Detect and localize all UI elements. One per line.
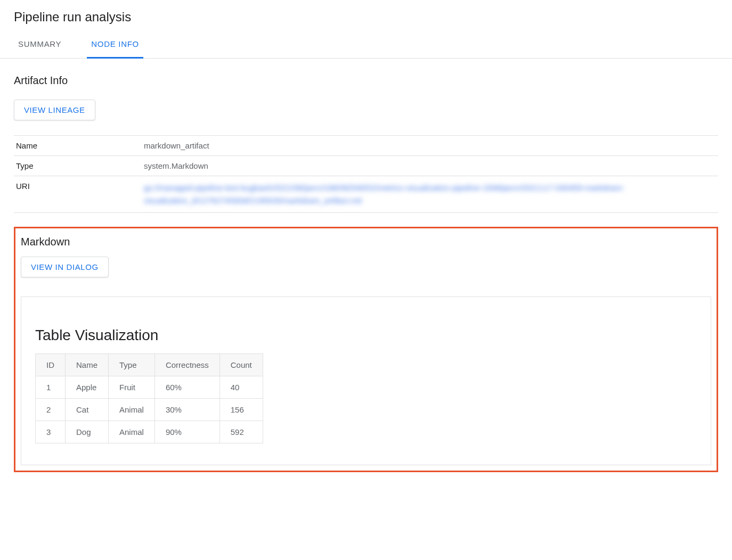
artifact-name-value: markdown_artifact — [142, 136, 718, 156]
cell-correctness: 30% — [154, 399, 219, 421]
col-correctness: Correctness — [154, 354, 219, 376]
cell-count: 156 — [219, 399, 263, 421]
col-name: Name — [66, 354, 109, 376]
artifact-info-table: Name markdown_artifact Type system.Markd… — [14, 135, 718, 213]
view-lineage-button[interactable]: VIEW LINEAGE — [14, 100, 95, 120]
artifact-info-section: Artifact Info VIEW LINEAGE Name markdown… — [14, 75, 718, 213]
artifact-row-uri: URI gs://managed-pipeline-test-bugbash/2… — [14, 176, 718, 213]
col-type: Type — [109, 354, 155, 376]
artifact-uri-label: URI — [14, 176, 142, 213]
table-row: 3 Dog Animal 90% 592 — [36, 421, 263, 443]
artifact-name-label: Name — [14, 136, 142, 156]
artifact-type-value: system.Markdown — [142, 156, 718, 176]
table-row: 2 Cat Animal 30% 156 — [36, 399, 263, 421]
cell-name: Apple — [66, 376, 109, 399]
tab-bar: SUMMARY NODE INFO — [0, 31, 732, 59]
col-id: ID — [36, 354, 66, 376]
table-visualization-title: Table Visualization — [35, 327, 697, 344]
artifact-uri-value[interactable]: gs://managed-pipeline-test-bugbash/2021/… — [142, 176, 718, 213]
col-count: Count — [219, 354, 263, 376]
highlighted-region: Markdown VIEW IN DIALOG Table Visualizat… — [14, 227, 718, 472]
markdown-section: Markdown VIEW IN DIALOG Table Visualizat… — [21, 236, 711, 465]
cell-id: 1 — [36, 376, 66, 399]
markdown-title: Markdown — [21, 236, 711, 248]
cell-id: 3 — [36, 421, 66, 443]
cell-id: 2 — [36, 399, 66, 421]
cell-correctness: 60% — [154, 376, 219, 399]
markdown-render-box: Table Visualization ID Name Type Correct… — [21, 297, 711, 465]
cell-name: Cat — [66, 399, 109, 421]
artifact-uri-link[interactable]: gs://managed-pipeline-test-bugbash/2021/… — [144, 183, 624, 205]
cell-type: Animal — [109, 399, 155, 421]
visualization-table: ID Name Type Correctness Count 1 Apple F… — [35, 353, 263, 443]
cell-count: 592 — [219, 421, 263, 443]
view-in-dialog-button[interactable]: VIEW IN DIALOG — [21, 257, 109, 277]
tab-node-info[interactable]: NODE INFO — [87, 31, 143, 59]
page-title: Pipeline run analysis — [14, 10, 718, 24]
cell-name: Dog — [66, 421, 109, 443]
cell-type: Animal — [109, 421, 155, 443]
table-header-row: ID Name Type Correctness Count — [36, 354, 263, 376]
cell-correctness: 90% — [154, 421, 219, 443]
artifact-info-title: Artifact Info — [14, 75, 718, 87]
cell-count: 40 — [219, 376, 263, 399]
artifact-type-label: Type — [14, 156, 142, 176]
cell-type: Fruit — [109, 376, 155, 399]
artifact-row-type: Type system.Markdown — [14, 156, 718, 176]
artifact-row-name: Name markdown_artifact — [14, 136, 718, 156]
table-row: 1 Apple Fruit 60% 40 — [36, 376, 263, 399]
tab-summary[interactable]: SUMMARY — [14, 31, 66, 59]
